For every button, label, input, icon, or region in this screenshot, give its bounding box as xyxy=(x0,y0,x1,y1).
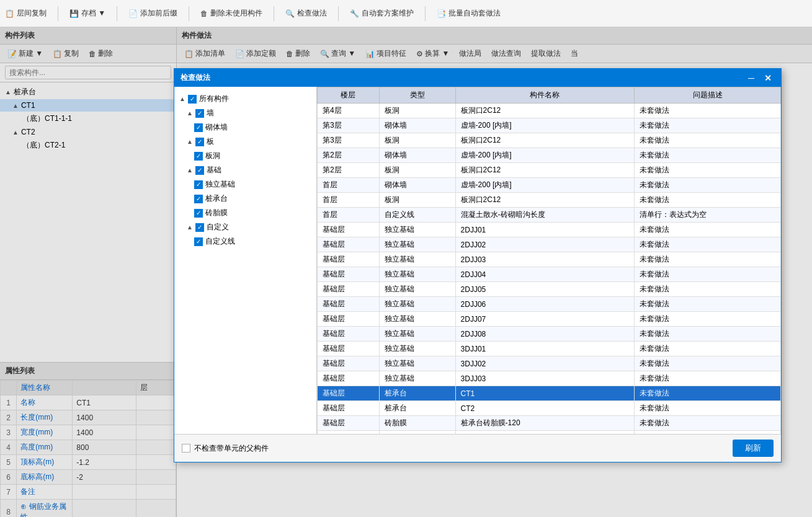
cell-name: 2DJJ03 xyxy=(455,252,635,267)
slab-hole-checkbox[interactable]: ✓ xyxy=(194,152,203,161)
dtree-masonry-wall[interactable]: ✓ 砌体墙 xyxy=(177,120,314,135)
table-row[interactable]: 第2层 板洞 板洞口2C12 未套做法 xyxy=(318,163,781,178)
table-row[interactable]: 基础层 独立基础 2DJJ03 未套做法 xyxy=(318,252,781,267)
toolbar-check-method[interactable]: 🔍 检查做法 xyxy=(285,8,327,19)
cell-type: 独立基础 xyxy=(379,297,455,312)
slab-expand-icon: ▲ xyxy=(187,138,193,145)
layer-copy-icon: 📋 xyxy=(5,9,14,18)
table-row[interactable]: 基础层 桩承台 CT2 未套做法 xyxy=(318,401,781,416)
cell-type: 独立基础 xyxy=(379,267,455,282)
cell-floor: 基础层 xyxy=(318,252,380,267)
table-row[interactable]: 第4层 板洞 板洞口2C12 未套做法 xyxy=(318,104,781,118)
cell-type: 独立基础 xyxy=(379,223,455,237)
no-check-parent-label: 不检查带单元的父构件 xyxy=(194,443,269,454)
cell-desc: 未套做法 xyxy=(635,386,781,401)
cell-floor: 基础层 xyxy=(318,401,380,416)
col-desc: 问题描述 xyxy=(635,87,781,104)
cell-floor: 基础层 xyxy=(318,223,380,237)
dialog-table-area: 楼层 类型 构件名称 问题描述 第4层 板洞 板洞口2C12 未套做法 第3层 … xyxy=(317,87,781,434)
table-row[interactable]: 首层 自定义线 混凝土散水-砖砌暗沟长度 清单行：表达式为空 xyxy=(318,208,781,223)
table-row[interactable]: 基础层 砖胎膜 桩承台砖胎膜-120 未套做法 xyxy=(318,416,781,431)
cell-name: 板洞口2C12 xyxy=(455,163,635,178)
cell-floor: 第3层 xyxy=(318,118,380,133)
cell-desc: 未套做法 xyxy=(635,401,781,416)
dtree-custom-line[interactable]: ✓ 自定义线 xyxy=(177,234,314,249)
table-row[interactable]: 基础层 独立基础 2DJJ07 未套做法 xyxy=(318,312,781,327)
refresh-button[interactable]: 刷新 xyxy=(733,440,774,457)
toolbar-layer-copy[interactable]: 📋 层间复制 xyxy=(5,8,47,19)
dtree-slab[interactable]: ▲ ✓ 板 xyxy=(177,135,314,149)
table-row[interactable]: 基础层 独立基础 3DJJ03 未套做法 xyxy=(318,371,781,386)
cell-floor: 基础层 xyxy=(318,342,380,356)
brick-diaphragm-checkbox[interactable]: ✓ xyxy=(194,209,203,218)
dialog-close-btn[interactable]: ✕ xyxy=(761,73,775,83)
cell-name: 2DJJ04 xyxy=(455,267,635,282)
dtree-isolated-foundation[interactable]: ✓ 独立基础 xyxy=(177,177,314,192)
table-row[interactable]: 基础层 桩承台 CT1 未套做法 xyxy=(318,386,781,401)
dtree-foundation[interactable]: ▲ ✓ 基础 xyxy=(177,163,314,177)
dialog-title-buttons: ─ ✕ xyxy=(745,73,775,83)
cell-desc: 未套做法 xyxy=(635,282,781,297)
cell-floor: 基础层 xyxy=(318,356,380,371)
cell-type: 自定义线 xyxy=(379,208,455,223)
cell-name: 虚墙-200 [内墙] xyxy=(455,148,635,163)
wall-checkbox[interactable]: ✓ xyxy=(195,109,204,118)
table-row[interactable]: 第3层 板洞 板洞口2C12 未套做法 xyxy=(318,133,781,148)
dtree-all[interactable]: ▲ ✓ 所有构件 xyxy=(177,92,314,106)
toolbar-batch-auto[interactable]: 📑 批量自动套做法 xyxy=(437,8,501,19)
cell-desc: 未套做法 xyxy=(635,356,781,371)
table-row[interactable]: 基础层 独立基础 2DJJ02 未套做法 xyxy=(318,237,781,252)
dialog-title: 检查做法 xyxy=(181,73,210,83)
toolbar-add-before-after-label: 添加前后缀 xyxy=(140,8,177,19)
dtree-custom[interactable]: ▲ ✓ 自定义 xyxy=(177,220,314,234)
cell-name: CT2 xyxy=(455,401,635,416)
cell-desc: 未套做法 xyxy=(635,163,781,178)
table-row[interactable]: 基础层 独立基础 2DJJ01 未套做法 xyxy=(318,223,781,237)
cell-name: 2DJJ05 xyxy=(455,282,635,297)
table-row[interactable]: 基础层 独立基础 2DJJ08 未套做法 xyxy=(318,327,781,342)
table-row[interactable]: 基础层 独立基础 3DJJ02 未套做法 xyxy=(318,356,781,371)
wall-expand-icon: ▲ xyxy=(187,110,193,117)
table-row[interactable]: 第2层 砌体墙 虚墙-200 [内墙] 未套做法 xyxy=(318,148,781,163)
cell-desc: 未套做法 xyxy=(635,252,781,267)
table-row[interactable]: 基础层 独立基础 2DJJ06 未套做法 xyxy=(318,297,781,312)
cell-type: 独立基础 xyxy=(379,282,455,297)
dtree-wall[interactable]: ▲ ✓ 墙 xyxy=(177,106,314,120)
toolbar-save[interactable]: 💾 存档 ▼ xyxy=(69,8,105,19)
col-type: 类型 xyxy=(379,87,455,104)
dialog-minimize-btn[interactable]: ─ xyxy=(745,73,757,83)
toolbar-layer-copy-label: 层间复制 xyxy=(17,8,47,19)
cell-type: 独立基础 xyxy=(379,356,455,371)
all-checkbox[interactable]: ✓ xyxy=(188,95,197,104)
slab-checkbox[interactable]: ✓ xyxy=(195,138,204,146)
pile-cap-checkbox[interactable]: ✓ xyxy=(194,195,203,203)
table-row[interactable]: 基础层 独立基础 3DJJ01 未套做法 xyxy=(318,342,781,356)
table-row[interactable]: 第3层 砌体墙 虚墙-200 [内墙] 未套做法 xyxy=(318,118,781,133)
cell-floor: 基础层 xyxy=(318,312,380,327)
toolbar-add-before-after[interactable]: 📄 添加前后缀 xyxy=(128,8,177,19)
no-check-parent-checkbox[interactable] xyxy=(182,444,190,453)
dtree-masonry-wall-label: 砌体墙 xyxy=(205,122,228,133)
dtree-slab-hole[interactable]: ✓ 板洞 xyxy=(177,149,314,163)
custom-line-checkbox[interactable]: ✓ xyxy=(194,237,203,246)
cell-type: 砖胎膜 xyxy=(379,416,455,431)
dtree-brick-diaphragm[interactable]: ✓ 砖胎膜 xyxy=(177,206,314,220)
cell-floor: 首层 xyxy=(318,193,380,208)
foundation-checkbox[interactable]: ✓ xyxy=(195,166,204,175)
cell-name: 混凝土散水-砖砌暗沟长度 xyxy=(455,208,635,223)
cell-name: 桩承台砖胎膜-120 xyxy=(455,416,635,431)
table-row[interactable]: 基础层 独立基础 2DJJ05 未套做法 xyxy=(318,282,781,297)
dtree-pile-cap[interactable]: ✓ 桩承台 xyxy=(177,192,314,206)
toolbar-auto-maintain-label: 自动套方案维护 xyxy=(362,8,414,19)
divider-6 xyxy=(425,6,426,21)
table-row[interactable]: 首层 砌体墙 虚墙-200 [内墙] 未套做法 xyxy=(318,178,781,193)
table-row[interactable]: 首层 板洞 板洞口2C12 未套做法 xyxy=(318,193,781,208)
toolbar-auto-maintain[interactable]: 🔧 自动套方案维护 xyxy=(350,8,414,19)
cell-name: 板洞口2C12 xyxy=(455,104,635,118)
table-row[interactable]: 基础层 独立基础 2DJJ04 未套做法 xyxy=(318,267,781,282)
toolbar-delete-unused[interactable]: 🗑 删除未使用构件 xyxy=(200,8,262,19)
masonry-wall-checkbox[interactable]: ✓ xyxy=(194,123,203,132)
custom-checkbox[interactable]: ✓ xyxy=(195,223,204,232)
cell-desc: 未套做法 xyxy=(635,223,781,237)
isolated-foundation-checkbox[interactable]: ✓ xyxy=(194,180,203,189)
